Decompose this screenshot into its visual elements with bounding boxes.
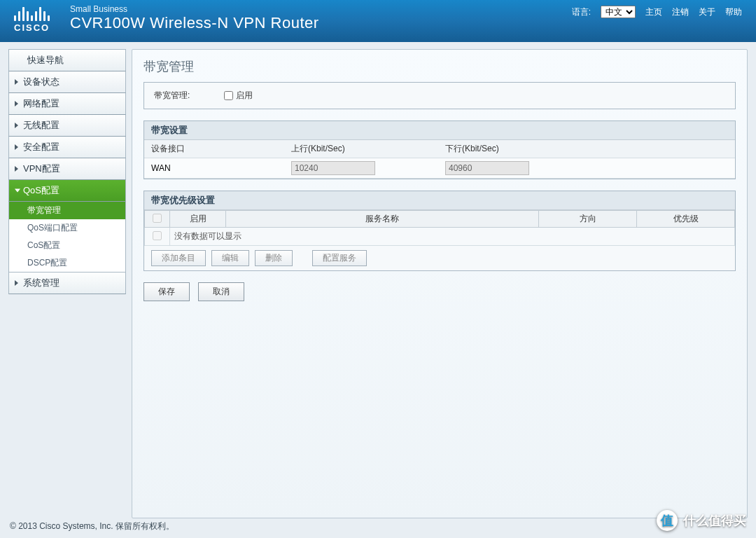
sidebar: 快速导航 设备状态 网络配置 无线配置 安全配置 VPN配置 QoS配置 带宽管… [8, 49, 126, 518]
brand-title: CVR100W Wireless-N VPN Router [70, 14, 319, 32]
prio-select-all[interactable] [153, 214, 162, 223]
enable-label: 带宽管理: [154, 90, 224, 102]
brand-block: Small Business CVR100W Wireless-N VPN Ro… [70, 4, 319, 32]
prio-empty-row: 没有数据可以显示 [145, 228, 735, 246]
subnav-bandwidth[interactable]: 带宽管理 [9, 202, 125, 219]
config-service-button[interactable]: 配置服务 [312, 250, 367, 266]
page-title: 带宽管理 [144, 58, 736, 75]
link-help[interactable]: 帮助 [725, 6, 742, 18]
bw-section-title: 带宽设置 [144, 121, 735, 140]
cisco-text: CISCO [14, 22, 50, 33]
panel-priority: 带宽优先级设置 启用 服务名称 方向 优先级 没有数据可以显示 添加条目 编辑 … [144, 191, 736, 271]
prio-empty-text: 没有数据可以显示 [170, 228, 735, 246]
watermark-badge: 值 [657, 510, 678, 531]
nav-quicknav[interactable]: 快速导航 [8, 49, 126, 71]
language-select[interactable]: 中文 [601, 6, 636, 18]
bw-col-iface: 设备接口 [144, 140, 284, 158]
panel-enable: 带宽管理: 启用 [144, 82, 736, 109]
bw-row-wan: WAN [144, 158, 735, 179]
bw-up-input[interactable] [291, 161, 375, 175]
top-links: 语言: 中文 主页 注销 关于 帮助 [572, 6, 742, 18]
prio-col-direction: 方向 [539, 211, 637, 228]
subnav-qosport[interactable]: QoS端口配置 [9, 219, 125, 237]
prio-section-title: 带宽优先级设置 [144, 191, 735, 210]
prio-row-checkbox[interactable] [153, 231, 162, 240]
subnav-qos: 带宽管理 QoS端口配置 CoS配置 DSCP配置 [8, 202, 126, 272]
nav-network[interactable]: 网络配置 [8, 93, 126, 115]
nav-security[interactable]: 安全配置 [8, 137, 126, 158]
bw-col-up: 上行(Kbit/Sec) [284, 140, 438, 158]
prio-table: 启用 服务名称 方向 优先级 没有数据可以显示 [144, 210, 735, 246]
nav-system[interactable]: 系统管理 [8, 272, 126, 294]
prio-col-priority: 优先级 [637, 211, 735, 228]
subnav-cos[interactable]: CoS配置 [9, 237, 125, 254]
prio-col-service: 服务名称 [226, 211, 539, 228]
link-logout[interactable]: 注销 [672, 6, 689, 18]
bw-col-down: 下行(Kbit/Sec) [438, 140, 735, 158]
nav-vpn[interactable]: VPN配置 [8, 158, 126, 180]
subnav-dscp[interactable]: DSCP配置 [9, 254, 125, 272]
content: 带宽管理 带宽管理: 启用 带宽设置 设备接口 上行(Kbit/Sec) 下行(… [132, 49, 748, 518]
cancel-button[interactable]: 取消 [198, 282, 244, 301]
brand-small: Small Business [70, 4, 319, 14]
enable-checkbox[interactable] [224, 91, 233, 100]
nav-qos[interactable]: QoS配置 [8, 180, 126, 202]
watermark: 值 什么值得买 [657, 510, 746, 531]
delete-button[interactable]: 删除 [255, 250, 293, 266]
footer-copyright: © 2013 Cisco Systems, Inc. 保留所有权利。 [10, 520, 174, 532]
link-home[interactable]: 主页 [645, 6, 662, 18]
edit-button[interactable]: 编辑 [211, 250, 249, 266]
lang-label: 语言: [572, 6, 591, 18]
save-button[interactable]: 保存 [144, 282, 190, 301]
link-about[interactable]: 关于 [699, 6, 715, 18]
panel-bandwidth: 带宽设置 设备接口 上行(Kbit/Sec) 下行(Kbit/Sec) WAN [144, 120, 736, 179]
prio-col-enable: 启用 [170, 211, 226, 228]
enable-checkbox-label: 启用 [236, 90, 253, 102]
add-button[interactable]: 添加条目 [151, 250, 206, 266]
cisco-logo: CISCO [14, 4, 50, 33]
nav-status[interactable]: 设备状态 [8, 71, 126, 93]
watermark-text: 什么值得买 [683, 512, 746, 529]
bw-table: 设备接口 上行(Kbit/Sec) 下行(Kbit/Sec) WAN [144, 140, 735, 179]
bw-down-input[interactable] [445, 161, 529, 175]
nav-wireless[interactable]: 无线配置 [8, 115, 126, 137]
bw-iface: WAN [144, 158, 284, 179]
header: CISCO Small Business CVR100W Wireless-N … [0, 0, 756, 42]
